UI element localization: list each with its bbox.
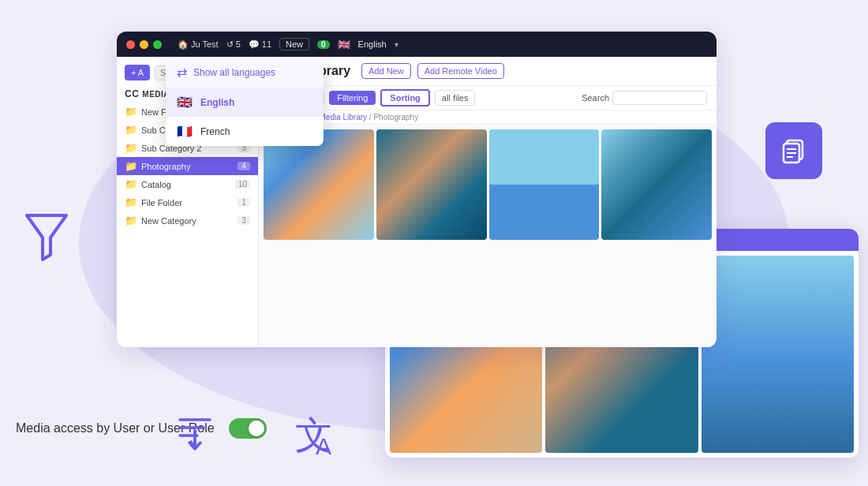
main-toolbar: Media Library Add New Add Remote Video xyxy=(259,57,716,86)
dot-red xyxy=(126,40,135,49)
folder-icon-6: 📁 xyxy=(125,196,137,208)
folder-icon-1: 📁 xyxy=(125,106,137,118)
browser-titlebar: 🏠 Ju Test ↺ 5 💬 11 New 0 🇬🇧 English ▾ xyxy=(117,32,716,57)
search-label: Search xyxy=(582,93,609,103)
translate-icon-small: ⇄ xyxy=(177,65,187,80)
photo-grid xyxy=(259,125,716,347)
folder-name-7: New Category xyxy=(141,216,234,226)
add-new-button[interactable]: Add New xyxy=(361,63,411,79)
search-box: Search xyxy=(582,91,707,105)
lang-option-english[interactable]: 🇬🇧 English xyxy=(166,88,324,117)
add-remote-video-button[interactable]: Add Remote Video xyxy=(417,63,504,79)
comments-count: ↺ 5 xyxy=(226,39,241,50)
folder-name-6: File Folder xyxy=(141,198,234,207)
show-all-languages-btn[interactable]: ⇄ Show all languages xyxy=(166,57,324,88)
search-input[interactable] xyxy=(612,91,707,105)
sidebar-item-catalog[interactable]: 📁 Catalog 10 xyxy=(117,175,258,193)
sort-icon xyxy=(174,409,216,451)
breadcrumb-current: Photography xyxy=(373,113,418,122)
notifications-count: 💬 11 xyxy=(249,39,271,50)
folder-count-6: 1 xyxy=(238,198,250,207)
flag-icon: 🇬🇧 xyxy=(338,39,350,50)
folder-icon-5: 📁 xyxy=(125,178,137,190)
copy-pages-icon xyxy=(779,136,809,166)
sidebar-item-new-category[interactable]: 📁 New Category 3 xyxy=(117,211,258,230)
copy-widget[interactable] xyxy=(765,122,822,179)
sort-icon-widget xyxy=(174,409,216,454)
photo-2-3[interactable] xyxy=(702,256,854,453)
titlebar-nav: 🏠 Ju Test ↺ 5 💬 11 New 0 🇬🇧 English ▾ xyxy=(178,38,398,50)
folder-icon-3: 📁 xyxy=(125,142,137,154)
new-button[interactable]: New xyxy=(279,38,309,50)
filter-funnel-icon xyxy=(24,209,69,267)
breadcrumb: you are here : Media Library / Photograp… xyxy=(259,110,716,125)
main-content-area: Media Library Add New Add Remote Video B… xyxy=(259,57,716,347)
sidebar-item-photography[interactable]: 📁 Photography 4 xyxy=(117,157,258,175)
language-label[interactable]: English xyxy=(358,39,387,49)
lang-option-french[interactable]: 🇫🇷 French xyxy=(166,117,324,146)
filtering-button[interactable]: Filtering xyxy=(329,91,376,105)
flag-french: 🇫🇷 xyxy=(177,124,193,139)
folder-count-7: 3 xyxy=(238,216,250,225)
media-access-toggle[interactable] xyxy=(229,418,267,439)
toolbar-row2: Bulk select Filtering Sorting all files … xyxy=(259,86,716,110)
folder-name-4: Photography xyxy=(141,162,234,171)
lang-dropdown-arrow[interactable]: ▾ xyxy=(395,40,398,49)
user-label: 🏠 Ju Test xyxy=(178,39,219,50)
breadcrumb-root[interactable]: Media Library xyxy=(319,113,367,122)
folder-icon-7: 📁 xyxy=(125,215,137,226)
dot-green xyxy=(153,40,162,49)
photo-2[interactable] xyxy=(376,129,487,240)
language-dropdown: ⇄ Show all languages 🇬🇧 English 🇫🇷 Frenc… xyxy=(166,57,324,146)
folder-name-5: Catalog xyxy=(141,180,231,189)
translate-icon-widget: 文 A xyxy=(292,412,346,462)
sorting-button[interactable]: Sorting xyxy=(380,89,430,107)
sidebar-item-file-folder[interactable]: 📁 File Folder 1 xyxy=(117,193,258,211)
folder-icon-2: 📁 xyxy=(125,124,137,136)
svg-text:A: A xyxy=(316,433,331,459)
folder-count-5: 10 xyxy=(235,180,250,189)
toggle-thumb xyxy=(249,421,264,436)
photo-4[interactable] xyxy=(601,129,712,240)
translate-icon: 文 A xyxy=(292,412,346,459)
folder-count-4: 4 xyxy=(238,162,250,170)
media-access-section: Media access by User or User Role xyxy=(16,418,267,439)
add-button[interactable]: + A xyxy=(125,65,150,80)
messages-badge: 0 xyxy=(317,40,330,49)
dot-yellow xyxy=(140,40,148,49)
cc-icon: CC xyxy=(125,88,139,99)
folder-icon-4: 📁 xyxy=(125,160,137,172)
all-files-button[interactable]: all files xyxy=(435,90,476,106)
flag-english: 🇬🇧 xyxy=(177,95,193,110)
photo-3[interactable] xyxy=(489,129,600,240)
